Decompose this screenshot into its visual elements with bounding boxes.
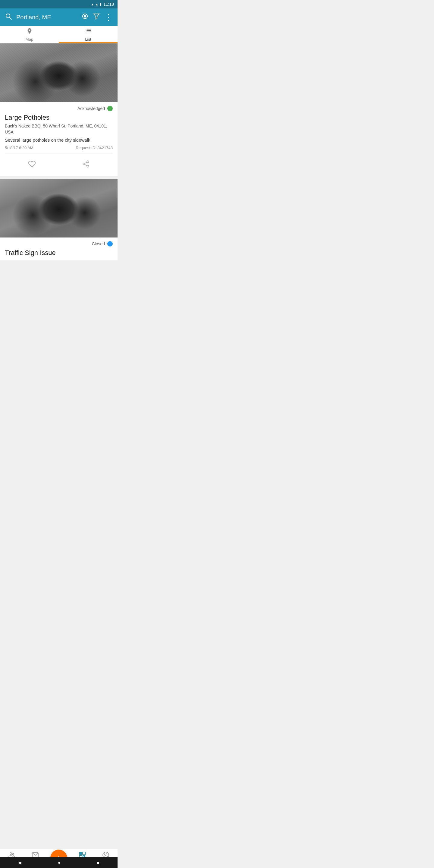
svg-marker-8 bbox=[94, 14, 99, 19]
wifi-icon: ▲ bbox=[91, 2, 94, 6]
toolbar-title: Portland, ME bbox=[16, 14, 77, 21]
card-1-status-dot bbox=[107, 106, 113, 111]
svg-line-1 bbox=[10, 18, 12, 20]
card-1-address: Buck's Naked BBQ, 50 Wharf St, Portland,… bbox=[5, 123, 113, 135]
request-card-1: Acknowledged Large Potholes Buck's Naked… bbox=[0, 43, 118, 176]
card-1-title: Large Potholes bbox=[5, 114, 113, 121]
card-1-divider bbox=[5, 153, 113, 153]
card-1-actions bbox=[5, 156, 113, 173]
more-icon[interactable]: ⋮ bbox=[104, 13, 113, 22]
search-icon[interactable] bbox=[5, 13, 12, 22]
card-2-status-row: Closed bbox=[5, 241, 113, 247]
signal-icon: ▲ bbox=[95, 2, 98, 6]
tab-list[interactable]: List bbox=[59, 26, 118, 43]
svg-line-19 bbox=[85, 164, 87, 166]
content-area: Acknowledged Large Potholes Buck's Naked… bbox=[0, 43, 118, 296]
like-button[interactable] bbox=[19, 158, 45, 172]
svg-point-9 bbox=[29, 29, 30, 31]
svg-rect-14 bbox=[86, 31, 86, 32]
card-1-date: 5/18/17 6:20 AM bbox=[5, 146, 33, 150]
card-2-body: Closed Traffic Sign Issue bbox=[0, 238, 118, 260]
svg-point-3 bbox=[84, 16, 86, 17]
card-1-status-row: Acknowledged bbox=[5, 106, 113, 111]
svg-point-16 bbox=[87, 161, 89, 163]
card-2-status-label: Closed bbox=[92, 241, 105, 246]
card-1-request-id: Request ID: 3421748 bbox=[76, 146, 113, 150]
svg-rect-10 bbox=[86, 29, 86, 29]
toolbar: Portland, ME ⋮ bbox=[0, 8, 118, 26]
svg-rect-13 bbox=[87, 30, 91, 31]
svg-point-17 bbox=[83, 163, 85, 165]
card-2-title: Traffic Sign Issue bbox=[5, 249, 113, 257]
tab-map[interactable]: Map bbox=[0, 26, 59, 43]
view-tabs: Map List bbox=[0, 26, 118, 43]
share-button[interactable] bbox=[73, 158, 99, 172]
list-tab-icon bbox=[85, 28, 92, 36]
location-icon[interactable] bbox=[82, 13, 89, 22]
pothole-photo-2 bbox=[0, 179, 118, 238]
card-2-image bbox=[0, 179, 118, 238]
request-card-2: Closed Traffic Sign Issue bbox=[0, 179, 118, 260]
svg-rect-15 bbox=[87, 31, 91, 32]
svg-rect-11 bbox=[87, 29, 91, 29]
pothole-photo-1 bbox=[0, 43, 118, 102]
battery-icon: ▮ bbox=[100, 2, 101, 6]
card-2-status-dot bbox=[107, 241, 113, 247]
svg-line-20 bbox=[85, 162, 87, 163]
card-1-description: Several large potholes on the city sidew… bbox=[5, 137, 113, 143]
card-1-status-label: Acknowledged bbox=[78, 106, 105, 111]
map-tab-label: Map bbox=[26, 37, 33, 41]
card-1-image bbox=[0, 43, 118, 102]
status-time: 11:18 bbox=[103, 2, 114, 7]
card-1-meta: 5/18/17 6:20 AM Request ID: 3421748 bbox=[5, 146, 113, 150]
svg-point-18 bbox=[87, 165, 89, 167]
filter-icon[interactable] bbox=[93, 13, 100, 22]
status-icons: ▲ ▲ ▮ bbox=[91, 2, 101, 6]
status-bar: ▲ ▲ ▮ 11:18 bbox=[0, 0, 118, 8]
svg-rect-12 bbox=[86, 30, 86, 31]
list-tab-label: List bbox=[85, 37, 91, 41]
map-tab-icon bbox=[26, 28, 33, 36]
